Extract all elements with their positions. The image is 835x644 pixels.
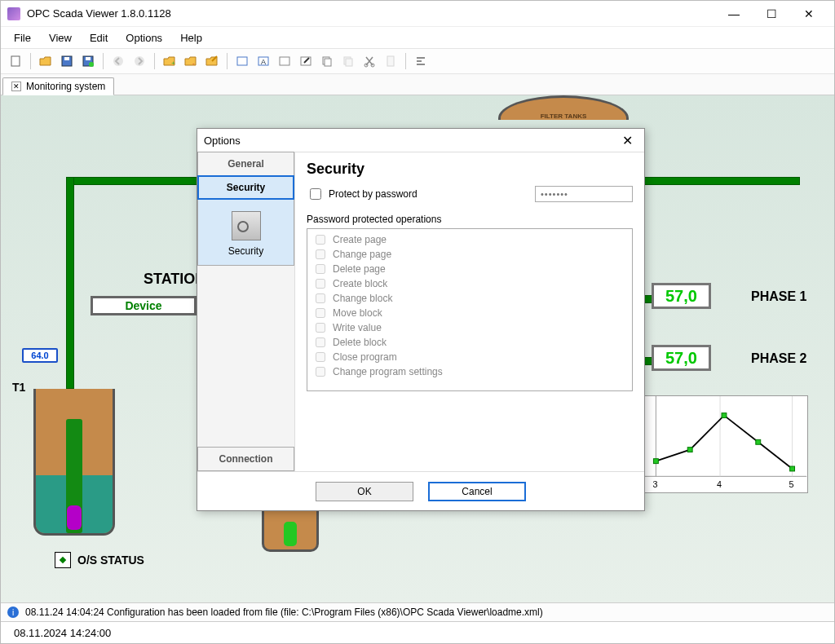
phase1-label: PHASE 1	[751, 289, 806, 304]
op-item[interactable]: Change program settings	[312, 364, 627, 379]
protect-checkbox[interactable]	[310, 188, 321, 200]
sidebar-tab-general[interactable]: General	[197, 152, 294, 176]
sensor-readout: 64.0	[22, 348, 58, 363]
toolbar: + - A	[1, 48, 834, 74]
back-icon[interactable]	[108, 51, 128, 71]
tab-close-icon[interactable]: ✕	[11, 82, 21, 91]
phase2-value: 57,0	[652, 345, 711, 371]
save-as-icon[interactable]	[78, 51, 98, 71]
ok-button[interactable]: OK	[316, 482, 413, 501]
tank-t1	[33, 389, 115, 536]
sidebar-tab-security[interactable]: Security	[197, 175, 294, 200]
ops-list: Create pageChange pageDelete pageCreate …	[307, 228, 633, 391]
phase2-label: PHASE 2	[751, 351, 806, 366]
dialog-buttons: OK Cancel	[197, 471, 644, 510]
op-label: Change program settings	[333, 365, 443, 378]
cancel-button[interactable]: Cancel	[428, 482, 526, 501]
op-checkbox[interactable]	[316, 235, 325, 245]
op-label: Create block	[333, 277, 387, 290]
op-label: Write value	[333, 321, 382, 334]
op-checkbox[interactable]	[316, 279, 325, 289]
filter-tank-graphic: FILTER TANKS	[498, 95, 629, 120]
status-indicator-icon	[55, 552, 71, 568]
svg-rect-22	[638, 396, 807, 492]
forward-icon[interactable]	[130, 51, 149, 71]
sidebar-icon-panel: Security	[197, 200, 294, 266]
op-item[interactable]: Change page	[312, 247, 627, 262]
menu-edit[interactable]: Edit	[82, 29, 116, 47]
work-area: FILTER TANKS STATION Device 64.0 T1 57,0…	[1, 95, 834, 602]
op-checkbox[interactable]	[316, 264, 325, 274]
log-bar: i 08.11.24 14:04:24 Configuration has be…	[1, 602, 834, 622]
copy-icon[interactable]	[317, 51, 337, 71]
close-button[interactable]: ✕	[790, 2, 828, 25]
protect-label: Protect by password	[329, 188, 418, 200]
tab-label: Monitoring system	[26, 81, 105, 92]
block-new-icon[interactable]	[232, 51, 252, 71]
tab-strip: ✕ Monitoring system	[1, 74, 834, 95]
op-label: Change block	[333, 292, 392, 305]
svg-rect-4	[86, 57, 91, 60]
new-icon[interactable]	[6, 51, 25, 71]
status-bar: 08.11.2024 14:24:00	[1, 622, 834, 643]
op-checkbox[interactable]	[316, 293, 325, 303]
op-item[interactable]: Close program	[312, 350, 627, 364]
trend-chart: 3 4 5	[637, 395, 808, 493]
op-item[interactable]: Delete block	[312, 335, 627, 350]
folder-remove-icon[interactable]: -	[181, 51, 201, 71]
dialog-title: Options	[204, 135, 241, 147]
log-message: 08.11.24 14:04:24 Configuration has been…	[25, 607, 543, 618]
os-status: O/S STATUS	[55, 552, 144, 568]
block-blank-icon[interactable]	[275, 51, 294, 71]
menu-help[interactable]: Help	[172, 29, 210, 47]
sidebar-tab-connection[interactable]: Connection	[197, 447, 294, 471]
op-checkbox[interactable]	[316, 337, 325, 347]
sidebar-icon-label: Security	[198, 245, 294, 257]
maximize-button[interactable]: ☐	[753, 2, 790, 25]
op-checkbox[interactable]	[316, 323, 325, 333]
open-icon[interactable]	[36, 51, 55, 71]
op-label: Close program	[333, 351, 397, 364]
svg-text:-: -	[192, 60, 195, 67]
paste-icon[interactable]	[338, 51, 358, 71]
device-box[interactable]: Device	[91, 296, 197, 315]
align-icon[interactable]	[411, 51, 431, 71]
dialog-close-button[interactable]: ✕	[617, 133, 638, 148]
op-checkbox[interactable]	[316, 308, 325, 318]
t1-label: T1	[12, 381, 25, 394]
app-icon	[7, 7, 20, 20]
op-label: Delete page	[333, 262, 386, 276]
cut-icon[interactable]	[360, 51, 379, 71]
svg-rect-30	[653, 459, 658, 464]
op-item[interactable]: Write value	[312, 320, 627, 335]
op-item[interactable]: Change block	[312, 291, 627, 306]
op-item[interactable]: Delete page	[312, 262, 627, 276]
dialog-sidebar: General Security Security Connection	[197, 152, 295, 471]
menu-options[interactable]: Options	[117, 29, 170, 47]
svg-rect-34	[790, 466, 795, 471]
op-item[interactable]: Move block	[312, 306, 627, 320]
svg-text:A: A	[261, 58, 266, 66]
clear-icon[interactable]	[381, 51, 400, 71]
op-checkbox[interactable]	[316, 249, 325, 259]
folder-edit-icon[interactable]	[202, 51, 222, 71]
password-field[interactable]	[535, 186, 633, 202]
app-window: OPC Scada Viewer 1.8.0.1128 — ☐ ✕ File V…	[0, 0, 835, 644]
save-icon[interactable]	[57, 51, 77, 71]
svg-text:4: 4	[717, 479, 722, 489]
menu-view[interactable]: View	[41, 29, 80, 47]
menu-file[interactable]: File	[6, 29, 39, 47]
block-edit-icon[interactable]	[296, 51, 316, 71]
minimize-button[interactable]: —	[715, 2, 753, 25]
svg-text:+: +	[171, 60, 175, 67]
dialog-titlebar: Options ✕	[197, 129, 644, 152]
dialog-main: Security Protect by password Password pr…	[295, 152, 644, 471]
folder-new-icon[interactable]: +	[160, 51, 179, 71]
op-item[interactable]: Create block	[312, 276, 627, 291]
op-checkbox[interactable]	[316, 352, 325, 362]
text-block-icon[interactable]: A	[254, 51, 273, 71]
op-label: Create page	[333, 233, 387, 246]
op-checkbox[interactable]	[316, 367, 325, 377]
op-item[interactable]: Create page	[312, 232, 627, 247]
tab-monitoring-system[interactable]: ✕ Monitoring system	[2, 77, 114, 95]
